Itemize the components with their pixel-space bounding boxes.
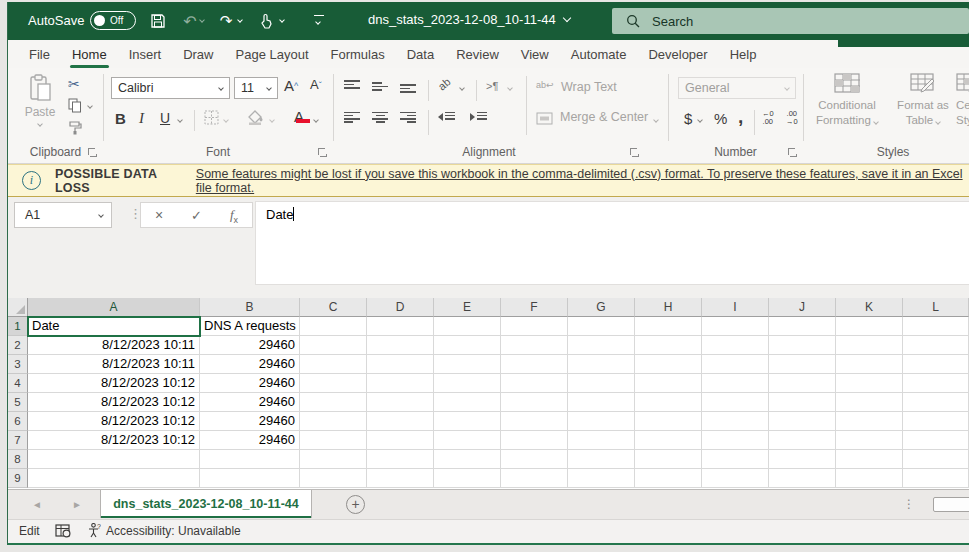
- row-header-5[interactable]: 5: [8, 393, 28, 412]
- cell-F7[interactable]: [501, 431, 568, 450]
- cell-C6[interactable]: [300, 412, 367, 431]
- cell-G8[interactable]: [568, 450, 635, 469]
- cell-A8[interactable]: [28, 450, 200, 469]
- cell-E7[interactable]: [434, 431, 501, 450]
- cell-D6[interactable]: [367, 412, 434, 431]
- save-icon[interactable]: [148, 11, 168, 31]
- cell-E8[interactable]: [434, 450, 501, 469]
- cell-A9[interactable]: [28, 469, 200, 488]
- cell-B6[interactable]: 29460: [200, 412, 300, 431]
- cell-L2[interactable]: [903, 336, 969, 355]
- cell-L7[interactable]: [903, 431, 969, 450]
- column-header-D[interactable]: D: [367, 298, 434, 317]
- cell-D2[interactable]: [367, 336, 434, 355]
- sheet-bar-more-icon[interactable]: ⋮: [903, 497, 915, 511]
- font-name-combo[interactable]: Calibri: [111, 77, 230, 99]
- redo-icon[interactable]: ↷: [216, 11, 236, 31]
- cell-E5[interactable]: [434, 393, 501, 412]
- conditional-formatting-button[interactable]: Conditional Formatting: [810, 73, 884, 128]
- cell-G7[interactable]: [568, 431, 635, 450]
- cell-G6[interactable]: [568, 412, 635, 431]
- cell-F9[interactable]: [501, 469, 568, 488]
- cell-H7[interactable]: [635, 431, 702, 450]
- cell-I2[interactable]: [702, 336, 769, 355]
- cell-A3[interactable]: 8/12/2023 10:11: [28, 355, 200, 374]
- cell-J6[interactable]: [769, 412, 836, 431]
- cell-K2[interactable]: [836, 336, 903, 355]
- touch-mode-dropdown-icon[interactable]: [279, 17, 285, 23]
- cell-H5[interactable]: [635, 393, 702, 412]
- cell-G2[interactable]: [568, 336, 635, 355]
- cell-E2[interactable]: [434, 336, 501, 355]
- cancel-entry-icon[interactable]: ×: [155, 207, 163, 223]
- font-color-dropdown-icon[interactable]: [313, 117, 319, 123]
- copy-dropdown-icon[interactable]: [87, 103, 93, 109]
- cell-J2[interactable]: [769, 336, 836, 355]
- paste-button[interactable]: Paste: [18, 74, 62, 142]
- grow-font-icon[interactable]: A^: [284, 77, 298, 94]
- cell-I4[interactable]: [702, 374, 769, 393]
- cell-H9[interactable]: [635, 469, 702, 488]
- cell-K4[interactable]: [836, 374, 903, 393]
- warning-link[interactable]: Some features might be lost if you save …: [196, 167, 969, 195]
- font-size-combo[interactable]: 11: [234, 77, 278, 99]
- name-box[interactable]: A1: [14, 202, 112, 228]
- decrease-indent-icon[interactable]: [438, 110, 461, 123]
- shrink-font-icon[interactable]: Aˇ: [310, 77, 322, 92]
- cell-I1[interactable]: [702, 317, 769, 336]
- column-header-B[interactable]: B: [200, 298, 300, 317]
- column-header-I[interactable]: I: [702, 298, 769, 317]
- text-direction-dropdown-icon[interactable]: [507, 85, 513, 91]
- cell-D8[interactable]: [367, 450, 434, 469]
- tab-draw[interactable]: Draw: [172, 40, 224, 68]
- cell-B7[interactable]: 29460: [200, 431, 300, 450]
- cell-mode-indicator[interactable]: Edit: [19, 524, 40, 538]
- currency-icon[interactable]: $: [684, 110, 692, 127]
- cell-C8[interactable]: [300, 450, 367, 469]
- row-header-7[interactable]: 7: [8, 431, 28, 450]
- sheet-tab-active[interactable]: dns_stats_2023-12-08_10-11-44: [100, 490, 312, 518]
- cell-B9[interactable]: [200, 469, 300, 488]
- cell-F3[interactable]: [501, 355, 568, 374]
- cell-H8[interactable]: [635, 450, 702, 469]
- bold-button[interactable]: B: [115, 110, 126, 127]
- cell-E3[interactable]: [434, 355, 501, 374]
- horizontal-scrollbar[interactable]: [933, 497, 969, 512]
- percent-icon[interactable]: %: [714, 110, 727, 127]
- cell-A4[interactable]: 8/12/2023 10:12: [28, 374, 200, 393]
- undo-dropdown-icon[interactable]: [199, 17, 205, 23]
- cell-J4[interactable]: [769, 374, 836, 393]
- cell-G3[interactable]: [568, 355, 635, 374]
- format-painter-icon[interactable]: [68, 120, 83, 135]
- cell-D5[interactable]: [367, 393, 434, 412]
- tab-home[interactable]: Home: [61, 40, 118, 68]
- cell-L5[interactable]: [903, 393, 969, 412]
- cell-I8[interactable]: [702, 450, 769, 469]
- cell-E9[interactable]: [434, 469, 501, 488]
- cell-F4[interactable]: [501, 374, 568, 393]
- cell-D9[interactable]: [367, 469, 434, 488]
- cell-D1[interactable]: [367, 317, 434, 336]
- row-header-8[interactable]: 8: [8, 450, 28, 469]
- comma-icon[interactable]: ,: [738, 106, 743, 128]
- align-left-icon[interactable]: [344, 110, 360, 123]
- cell-L3[interactable]: [903, 355, 969, 374]
- align-top-icon[interactable]: [344, 80, 360, 93]
- font-color-icon[interactable]: A: [294, 108, 304, 125]
- cell-I5[interactable]: [702, 393, 769, 412]
- formula-input[interactable]: Date: [255, 201, 969, 285]
- row-header-6[interactable]: 6: [8, 412, 28, 431]
- undo-icon[interactable]: ↶: [180, 11, 200, 31]
- sheet-nav-next-icon[interactable]: ►: [72, 499, 82, 510]
- row-header-3[interactable]: 3: [8, 355, 28, 374]
- cell-L4[interactable]: [903, 374, 969, 393]
- underline-dropdown-icon[interactable]: [177, 117, 183, 123]
- column-header-F[interactable]: F: [501, 298, 568, 317]
- cell-C3[interactable]: [300, 355, 367, 374]
- currency-dropdown-icon[interactable]: [697, 117, 703, 123]
- format-as-table-button[interactable]: Format as Table: [886, 73, 960, 128]
- cell-J1[interactable]: [769, 317, 836, 336]
- cell-F5[interactable]: [501, 393, 568, 412]
- tab-data[interactable]: Data: [396, 40, 445, 68]
- cell-C1[interactable]: [300, 317, 367, 336]
